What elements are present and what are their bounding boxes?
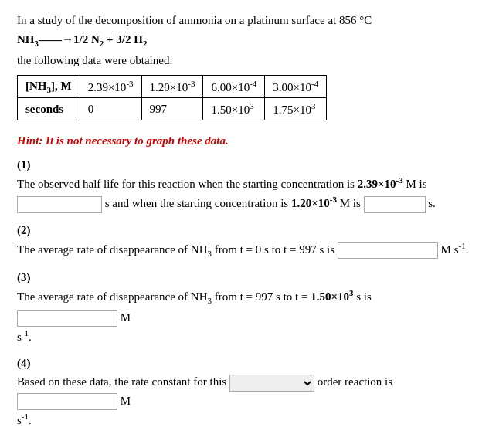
table-cell-t4: 1.75×103 [265,98,327,120]
arrow: ——→ [39,33,73,46]
table-row-seconds: seconds 0 997 1.50×103 1.75×103 [18,98,327,120]
intro-text: In a study of the decomposition of ammon… [17,14,472,27]
table-cell-t2: 997 [141,98,203,120]
question-2: (2) The average rate of disappearance of… [17,224,472,261]
data-table: [NH3], M 2.39×10-3 1.20×10-3 6.00×10-4 3… [17,75,327,120]
table-cell-header-nh3: [NH3], M [18,76,80,98]
hint-text: Hint: It is not necessary to graph these… [17,134,472,148]
q4-label: (4) [17,357,472,370]
reaction-line: NH3 ——→ 1/2 N2 + 3/2 H2 [17,33,472,48]
reactant: NH3 [17,33,39,48]
q3-text: The average rate of disappearance of NH3… [17,287,472,346]
question-4: (4) Based on these data, the rate consta… [17,357,472,429]
question-3: (3) The average rate of disappearance of… [17,271,472,346]
product: 1/2 N2 + 3/2 H2 [73,33,147,48]
table-row-header: [NH3], M 2.39×10-3 1.20×10-3 6.00×10-4 3… [18,76,327,98]
q1-input2[interactable] [364,196,426,213]
table-cell-val1: 2.39×10-3 [80,76,141,98]
table-cell-val3: 6.00×10-4 [203,76,265,98]
q1-input1[interactable] [17,196,102,213]
table-cell-val4: 3.00×10-4 [265,76,327,98]
q1-text: The observed half life for this reaction… [17,174,472,213]
q2-input[interactable] [338,242,438,259]
q4-order-select[interactable]: zero first second third [229,375,314,392]
q4-text: Based on these data, the rate constant f… [17,372,472,429]
q3-time: 1.50×103 [311,290,353,303]
q1-conc2: 1.20×10-3 [291,197,337,209]
q2-text: The average rate of disappearance of NH3… [17,239,472,261]
q4-input[interactable] [17,393,117,410]
table-cell-t1: 0 [80,98,141,120]
q3-label: (3) [17,271,472,284]
table-cell-val2: 1.20×10-3 [141,76,203,98]
q3-input[interactable] [17,310,117,327]
following-text: the following data were obtained: [17,54,472,67]
table-cell-t3: 1.50×103 [203,98,265,120]
q1-conc1: 2.39×10-3 [358,178,403,190]
question-1: (1) The observed half life for this reac… [17,158,472,213]
q2-label: (2) [17,224,472,237]
q1-label: (1) [17,158,472,171]
table-cell-seconds-label: seconds [18,98,80,120]
